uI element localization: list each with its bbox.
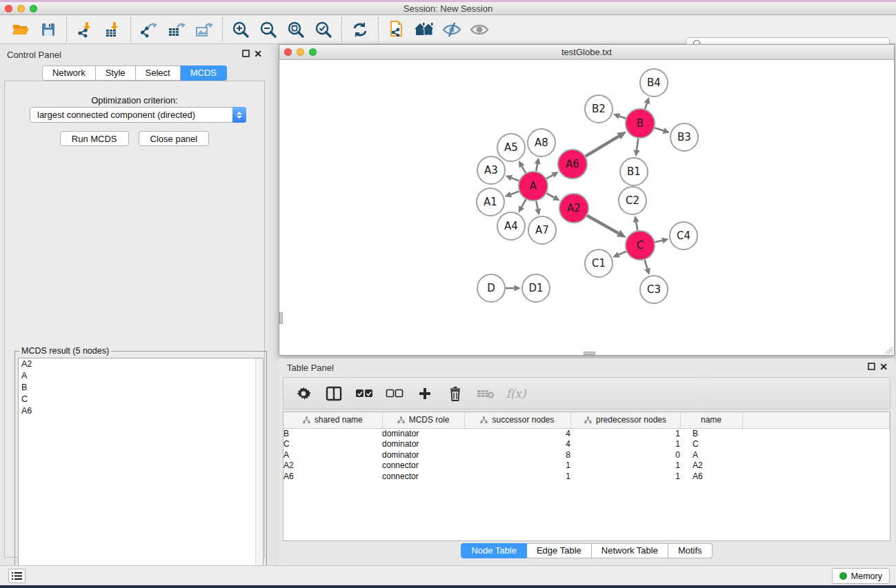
- table-cell[interactable]: 8: [464, 450, 570, 461]
- network-node-A3[interactable]: A3: [477, 156, 505, 184]
- show-all-button[interactable]: [466, 17, 493, 42]
- close-panel-button[interactable]: Close panel: [139, 131, 210, 146]
- table-cell[interactable]: 1: [570, 460, 680, 472]
- tab-network-table[interactable]: Network Table: [592, 543, 668, 558]
- tab-style[interactable]: Style: [96, 65, 136, 81]
- network-node-A5[interactable]: A5: [497, 134, 525, 161]
- mcds-result-item[interactable]: A2: [19, 358, 263, 370]
- table-cell[interactable]: 1: [570, 439, 680, 450]
- network-node-C2[interactable]: C2: [619, 187, 646, 214]
- new-network-from-selection-button[interactable]: [383, 17, 410, 42]
- import-network-button[interactable]: [71, 17, 99, 42]
- delete-column-button[interactable]: [445, 382, 466, 405]
- network-node-B4[interactable]: B4: [640, 69, 668, 97]
- table-cell[interactable]: B: [283, 428, 382, 439]
- table-cell[interactable]: 1: [570, 472, 680, 483]
- table-cell[interactable]: 4: [464, 439, 570, 450]
- export-image-button[interactable]: [190, 17, 218, 42]
- hide-selected-button[interactable]: [438, 17, 466, 42]
- network-edge[interactable]: [519, 161, 526, 173]
- network-window-titlebar[interactable]: testGlobe.txt: [279, 45, 894, 60]
- table-row[interactable]: A6connector11A6: [283, 472, 890, 483]
- table-row[interactable]: A2connector11A2: [283, 460, 890, 472]
- network-node-B[interactable]: B: [626, 109, 655, 138]
- network-edge[interactable]: [535, 201, 541, 216]
- tab-select[interactable]: Select: [136, 65, 181, 81]
- table-cell[interactable]: dominator: [382, 439, 464, 450]
- table-cell[interactable]: C: [680, 439, 742, 450]
- network-edge[interactable]: [655, 237, 668, 243]
- table-close-panel-icon[interactable]: ✕: [879, 363, 888, 371]
- network-edge[interactable]: [506, 175, 519, 181]
- split-view-button[interactable]: [323, 382, 344, 405]
- table-cell[interactable]: A2: [283, 460, 382, 472]
- tab-node-table[interactable]: Node Table: [461, 543, 527, 558]
- network-horizontal-scrollbar-thumb[interactable]: [584, 352, 595, 355]
- task-history-button[interactable]: [8, 569, 26, 583]
- close-panel-icon[interactable]: ✕: [254, 50, 262, 58]
- network-canvas[interactable]: B4B2BB3A5A8A6A3AB1A1C2A2A4A7C4CC1C3DD1: [279, 61, 894, 355]
- deselect-all-button[interactable]: [384, 382, 405, 405]
- network-node-C1[interactable]: C1: [585, 250, 613, 277]
- zoom-out-button[interactable]: [255, 17, 282, 42]
- table-row[interactable]: Adominator80A: [283, 450, 890, 461]
- mcds-result-item[interactable]: A: [19, 370, 263, 382]
- table-cell[interactable]: connector: [382, 472, 464, 483]
- column-header-name[interactable]: name: [680, 412, 742, 428]
- network-node-A8[interactable]: A8: [528, 129, 555, 156]
- table-cell[interactable]: 1: [464, 460, 570, 472]
- network-node-B1[interactable]: B1: [620, 158, 648, 185]
- network-node-D1[interactable]: D1: [522, 274, 550, 302]
- table-row[interactable]: Bdominator41B: [283, 428, 890, 439]
- network-node-A1[interactable]: A1: [477, 188, 504, 216]
- home-button[interactable]: [410, 17, 438, 42]
- network-vertical-scrollbar-thumb[interactable]: [279, 312, 283, 324]
- network-edge[interactable]: [613, 252, 626, 258]
- network-node-B3[interactable]: B3: [670, 123, 698, 151]
- network-node-C3[interactable]: C3: [640, 276, 668, 303]
- table-cell[interactable]: A: [283, 450, 382, 461]
- network-edge[interactable]: [644, 97, 650, 109]
- table-cell[interactable]: B: [680, 428, 742, 439]
- mcds-result-item[interactable]: A6: [19, 405, 263, 417]
- select-all-button[interactable]: [354, 382, 375, 405]
- network-node-C4[interactable]: C4: [670, 222, 697, 250]
- network-node-D[interactable]: D: [477, 274, 505, 302]
- table-cell[interactable]: dominator: [382, 428, 464, 439]
- table-cell[interactable]: 1: [464, 472, 570, 483]
- table-cell[interactable]: 4: [464, 428, 570, 439]
- network-edge[interactable]: [634, 139, 640, 156]
- table-cell[interactable]: A6: [680, 472, 742, 483]
- tab-network[interactable]: Network: [42, 65, 96, 81]
- mcds-result-list[interactable]: A2ABCA6: [18, 358, 263, 585]
- export-table-button[interactable]: [163, 17, 190, 42]
- import-table-button[interactable]: [99, 17, 126, 42]
- table-cell[interactable]: 0: [570, 450, 680, 461]
- network-edge[interactable]: [546, 172, 559, 179]
- open-session-button[interactable]: [7, 17, 34, 42]
- export-network-button[interactable]: [135, 17, 163, 42]
- network-edge[interactable]: [655, 128, 670, 134]
- refresh-view-button[interactable]: [346, 17, 374, 42]
- network-node-A4[interactable]: A4: [497, 212, 525, 240]
- table-cell[interactable]: A2: [680, 460, 742, 472]
- resize-grip-icon[interactable]: [884, 345, 893, 354]
- network-edge[interactable]: [546, 193, 559, 201]
- network-node-A6[interactable]: A6: [558, 150, 587, 179]
- tab-motifs[interactable]: Motifs: [668, 543, 713, 558]
- table-row[interactable]: Cdominator41C: [283, 439, 890, 450]
- table-cell[interactable]: A6: [283, 472, 382, 483]
- table-float-panel-icon[interactable]: [868, 363, 875, 370]
- table-cell[interactable]: 1: [570, 428, 680, 439]
- zoom-selected-button[interactable]: [310, 17, 337, 42]
- column-header-successor-nodes[interactable]: successor nodes: [464, 412, 570, 428]
- column-header-mcds-role[interactable]: MCDS role: [382, 412, 464, 428]
- add-column-button[interactable]: [415, 382, 435, 405]
- network-node-A2[interactable]: A2: [559, 194, 588, 223]
- criterion-select[interactable]: largest connected component (directed): [30, 107, 246, 123]
- network-edge[interactable]: [519, 199, 526, 212]
- network-node-C[interactable]: C: [626, 231, 655, 260]
- table-cell[interactable]: C: [283, 439, 382, 450]
- zoom-fit-button[interactable]: [282, 17, 310, 42]
- delete-table-button[interactable]: [475, 382, 496, 405]
